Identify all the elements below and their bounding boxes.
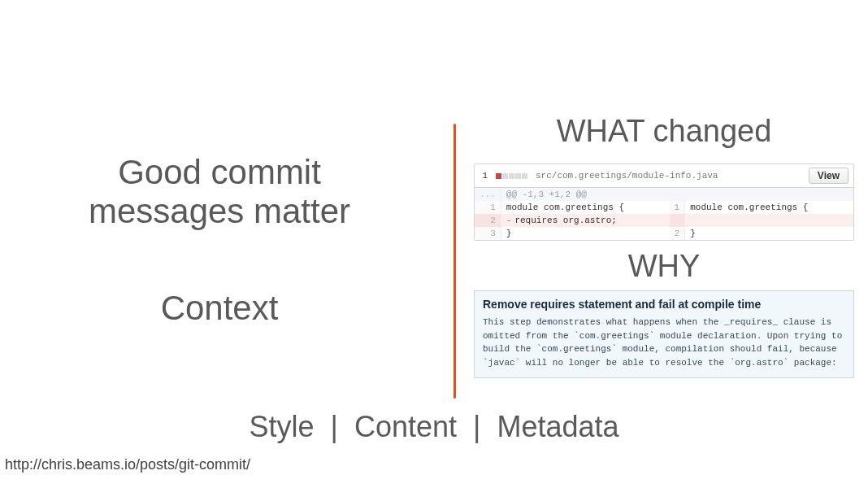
separator-icon: | [331, 410, 338, 443]
separator-icon: | [473, 410, 480, 443]
diff-stat-bar [496, 173, 527, 179]
diff-file-index: 1 [480, 171, 488, 181]
commit-message-body: This step demonstrates what happens when… [483, 316, 845, 369]
diff-old-line-number: 2 [475, 214, 501, 227]
diff-stat-neutral-icon [522, 173, 527, 179]
diff-old-code: -requires org.astro; [501, 214, 669, 227]
commit-message-title: Remove requires statement and fail at co… [483, 298, 845, 311]
diff-stat-neutral-icon [502, 173, 508, 179]
diff-old-code: module com.greetings { [501, 201, 669, 214]
minus-icon: - [506, 216, 515, 225]
bottom-item-style: Style [249, 410, 314, 443]
diff-old-line-number: 1 [475, 201, 501, 214]
diff-file-path: src/com.greetings/module-info.java [536, 171, 804, 181]
diff-new-code [685, 214, 853, 227]
diff-stat-neutral-icon [515, 173, 521, 179]
diff-hunk-row: ... @@ -1,3 +1,2 @@ [475, 188, 853, 201]
diff-hunk-text: @@ -1,3 +1,2 @@ [501, 188, 853, 201]
source-link[interactable]: http://chris.beams.io/posts/git-commit/ [5, 456, 250, 473]
diff-panel: 1 src/com.greetings/module-info.java Vie… [474, 163, 854, 241]
diff-deleted-text: requires org.astro; [514, 216, 616, 225]
diff-new-line-number [670, 214, 685, 227]
diff-new-code: } [685, 227, 853, 240]
heading-line1: Good commit [118, 153, 321, 191]
view-button[interactable]: View [809, 168, 848, 184]
diff-header: 1 src/com.greetings/module-info.java Vie… [475, 164, 853, 188]
diff-stat-neutral-icon [509, 173, 514, 179]
slide-subheading: Context [161, 289, 279, 328]
slide-heading: Good commit messages matter [89, 153, 350, 232]
diff-row: 3 } 2 } [475, 227, 853, 240]
right-column: WHAT changed 1 src/com.greetings/module-… [473, 114, 855, 378]
commit-message-panel: Remove requires statement and fail at co… [474, 290, 854, 378]
bottom-item-content: Content [354, 410, 457, 443]
left-column: Good commit messages matter Context [0, 114, 439, 407]
diff-old-code: } [501, 227, 669, 240]
diff-table: ... @@ -1,3 +1,2 @@ 1 module com.greetin… [475, 188, 853, 240]
heading-line2: messages matter [89, 192, 350, 230]
bottom-item-metadata: Metadata [497, 410, 618, 443]
diff-row: 1 module com.greetings { 1 module com.gr… [475, 201, 853, 214]
vertical-divider [454, 124, 456, 399]
diff-new-code: module com.greetings { [685, 201, 853, 214]
why-label: WHY [628, 249, 701, 284]
diff-old-line-number: 3 [475, 227, 501, 240]
diff-new-line-number: 1 [670, 201, 685, 214]
bottom-rail: Style | Content | Metadata [0, 410, 868, 444]
what-changed-label: WHAT changed [557, 114, 772, 149]
diff-stat-del-icon [496, 173, 501, 179]
diff-row-deleted: 2 -requires org.astro; [475, 214, 853, 227]
diff-new-line-number: 2 [670, 227, 685, 240]
